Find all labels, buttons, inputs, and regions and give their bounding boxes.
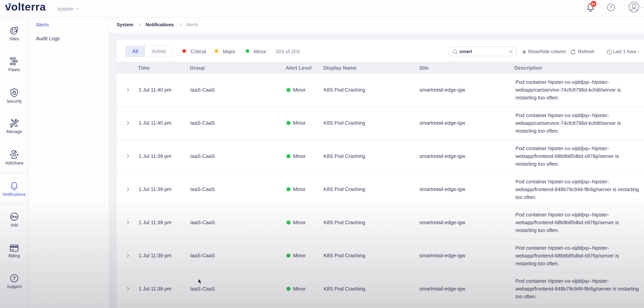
svg-text:9+: 9+ <box>592 2 596 6</box>
svg-text:?: ? <box>610 5 612 10</box>
svg-text:?: ? <box>13 276 16 281</box>
